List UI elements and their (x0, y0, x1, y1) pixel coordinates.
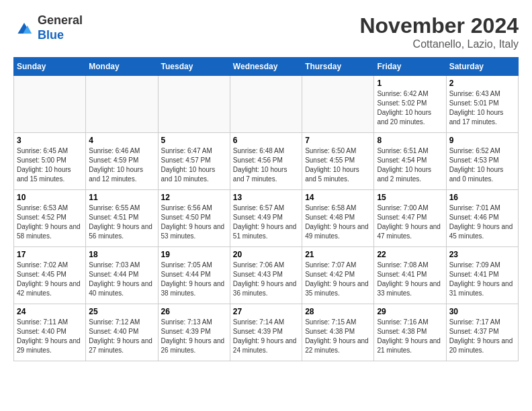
calendar-cell: 14Sunrise: 6:58 AM Sunset: 4:48 PM Dayli… (302, 190, 374, 247)
day-info: Sunrise: 7:02 AM Sunset: 4:45 PM Dayligh… (17, 261, 83, 298)
calendar-cell: 6Sunrise: 6:48 AM Sunset: 4:56 PM Daylig… (230, 133, 302, 190)
day-number: 6 (233, 136, 299, 145)
day-number: 8 (377, 136, 443, 145)
day-info: Sunrise: 6:55 AM Sunset: 4:51 PM Dayligh… (89, 203, 154, 241)
logo-blue: Blue (38, 28, 64, 42)
day-number: 16 (449, 193, 515, 202)
calendar-cell: 24Sunrise: 7:11 AM Sunset: 4:40 PM Dayli… (14, 304, 86, 361)
day-number: 28 (305, 307, 371, 316)
day-number: 17 (17, 250, 83, 259)
day-info: Sunrise: 7:11 AM Sunset: 4:40 PM Dayligh… (17, 318, 83, 355)
week-row-1: 1Sunrise: 6:42 AM Sunset: 5:02 PM Daylig… (14, 76, 519, 133)
day-number: 18 (89, 250, 154, 259)
day-info: Sunrise: 6:50 AM Sunset: 4:55 PM Dayligh… (305, 146, 371, 184)
day-number: 19 (161, 250, 227, 259)
header-day-friday: Friday (374, 58, 446, 76)
day-info: Sunrise: 7:07 AM Sunset: 4:42 PM Dayligh… (305, 261, 371, 298)
day-info: Sunrise: 7:00 AM Sunset: 4:47 PM Dayligh… (377, 203, 443, 241)
calendar-header: SundayMondayTuesdayWednesdayThursdayFrid… (14, 58, 519, 76)
calendar-cell: 5Sunrise: 6:47 AM Sunset: 4:57 PM Daylig… (158, 133, 230, 190)
day-info: Sunrise: 6:45 AM Sunset: 5:00 PM Dayligh… (17, 146, 83, 184)
day-info: Sunrise: 6:52 AM Sunset: 4:53 PM Dayligh… (449, 146, 515, 184)
day-number: 9 (449, 136, 515, 145)
day-number: 24 (17, 307, 83, 316)
day-info: Sunrise: 7:13 AM Sunset: 4:39 PM Dayligh… (161, 318, 227, 355)
header-day-tuesday: Tuesday (158, 58, 230, 76)
day-number: 12 (161, 193, 227, 202)
calendar-cell: 2Sunrise: 6:43 AM Sunset: 5:01 PM Daylig… (446, 76, 518, 133)
calendar-cell: 4Sunrise: 6:46 AM Sunset: 4:59 PM Daylig… (86, 133, 158, 190)
day-info: Sunrise: 6:53 AM Sunset: 4:52 PM Dayligh… (17, 203, 83, 241)
header-day-thursday: Thursday (302, 58, 374, 76)
header-day-wednesday: Wednesday (230, 58, 302, 76)
calendar-cell: 8Sunrise: 6:51 AM Sunset: 4:54 PM Daylig… (374, 133, 446, 190)
calendar-cell: 25Sunrise: 7:12 AM Sunset: 4:40 PM Dayli… (86, 304, 158, 361)
day-info: Sunrise: 6:46 AM Sunset: 4:59 PM Dayligh… (89, 146, 154, 184)
logo: General Blue (13, 13, 83, 42)
calendar-cell: 11Sunrise: 6:55 AM Sunset: 4:51 PM Dayli… (86, 190, 158, 247)
day-number: 1 (377, 79, 443, 88)
day-number: 11 (89, 193, 154, 202)
week-row-5: 24Sunrise: 7:11 AM Sunset: 4:40 PM Dayli… (14, 304, 519, 361)
title-area: November 2024 Cottanello, Lazio, Italy (359, 13, 519, 50)
day-info: Sunrise: 7:14 AM Sunset: 4:39 PM Dayligh… (233, 318, 299, 355)
day-info: Sunrise: 7:17 AM Sunset: 4:37 PM Dayligh… (449, 318, 515, 355)
day-info: Sunrise: 6:58 AM Sunset: 4:48 PM Dayligh… (305, 203, 371, 241)
day-number: 10 (17, 193, 83, 202)
calendar-cell: 12Sunrise: 6:56 AM Sunset: 4:50 PM Dayli… (158, 190, 230, 247)
day-number: 30 (449, 307, 515, 316)
calendar-cell: 26Sunrise: 7:13 AM Sunset: 4:39 PM Dayli… (158, 304, 230, 361)
calendar-cell (14, 76, 86, 133)
day-number: 2 (449, 79, 515, 88)
day-number: 20 (233, 250, 299, 259)
day-info: Sunrise: 7:08 AM Sunset: 4:41 PM Dayligh… (377, 261, 443, 298)
month-title: November 2024 (359, 13, 519, 38)
day-info: Sunrise: 7:05 AM Sunset: 4:44 PM Dayligh… (161, 261, 227, 298)
day-info: Sunrise: 7:06 AM Sunset: 4:43 PM Dayligh… (233, 261, 299, 298)
calendar-cell: 19Sunrise: 7:05 AM Sunset: 4:44 PM Dayli… (158, 247, 230, 304)
calendar-cell (230, 76, 302, 133)
calendar-cell: 30Sunrise: 7:17 AM Sunset: 4:37 PM Dayli… (446, 304, 518, 361)
day-number: 5 (161, 136, 227, 145)
day-number: 15 (377, 193, 443, 202)
calendar-cell: 29Sunrise: 7:16 AM Sunset: 4:38 PM Dayli… (374, 304, 446, 361)
calendar-cell: 20Sunrise: 7:06 AM Sunset: 4:43 PM Dayli… (230, 247, 302, 304)
day-number: 14 (305, 193, 371, 202)
calendar-cell: 3Sunrise: 6:45 AM Sunset: 5:00 PM Daylig… (14, 133, 86, 190)
day-number: 21 (305, 250, 371, 259)
calendar-cell (86, 76, 158, 133)
week-row-2: 3Sunrise: 6:45 AM Sunset: 5:00 PM Daylig… (14, 133, 519, 190)
calendar-cell: 23Sunrise: 7:09 AM Sunset: 4:41 PM Dayli… (446, 247, 518, 304)
logo-text: General Blue (38, 13, 83, 42)
day-number: 7 (305, 136, 371, 145)
location-subtitle: Cottanello, Lazio, Italy (359, 38, 519, 50)
day-info: Sunrise: 6:42 AM Sunset: 5:02 PM Dayligh… (377, 89, 443, 127)
calendar-cell: 28Sunrise: 7:15 AM Sunset: 4:38 PM Dayli… (302, 304, 374, 361)
logo-general: General (38, 13, 83, 27)
calendar-cell: 18Sunrise: 7:03 AM Sunset: 4:44 PM Dayli… (86, 247, 158, 304)
day-info: Sunrise: 6:43 AM Sunset: 5:01 PM Dayligh… (449, 89, 515, 127)
day-number: 3 (17, 136, 83, 145)
day-info: Sunrise: 7:01 AM Sunset: 4:46 PM Dayligh… (449, 203, 515, 241)
calendar-cell (158, 76, 230, 133)
calendar-body: 1Sunrise: 6:42 AM Sunset: 5:02 PM Daylig… (14, 76, 519, 361)
day-info: Sunrise: 7:09 AM Sunset: 4:41 PM Dayligh… (449, 261, 515, 298)
calendar-cell: 21Sunrise: 7:07 AM Sunset: 4:42 PM Dayli… (302, 247, 374, 304)
day-number: 22 (377, 250, 443, 259)
day-info: Sunrise: 6:51 AM Sunset: 4:54 PM Dayligh… (377, 146, 443, 184)
calendar-cell: 7Sunrise: 6:50 AM Sunset: 4:55 PM Daylig… (302, 133, 374, 190)
calendar-cell: 27Sunrise: 7:14 AM Sunset: 4:39 PM Dayli… (230, 304, 302, 361)
day-number: 27 (233, 307, 299, 316)
header-row: SundayMondayTuesdayWednesdayThursdayFrid… (14, 58, 519, 76)
header-day-monday: Monday (86, 58, 158, 76)
day-info: Sunrise: 7:03 AM Sunset: 4:44 PM Dayligh… (89, 261, 154, 298)
week-row-3: 10Sunrise: 6:53 AM Sunset: 4:52 PM Dayli… (14, 190, 519, 247)
day-number: 23 (449, 250, 515, 259)
day-info: Sunrise: 6:56 AM Sunset: 4:50 PM Dayligh… (161, 203, 227, 241)
page-header: General Blue November 2024 Cottanello, L… (13, 13, 519, 50)
day-info: Sunrise: 7:12 AM Sunset: 4:40 PM Dayligh… (89, 318, 154, 355)
day-info: Sunrise: 7:15 AM Sunset: 4:38 PM Dayligh… (305, 318, 371, 355)
calendar-cell: 22Sunrise: 7:08 AM Sunset: 4:41 PM Dayli… (374, 247, 446, 304)
calendar-cell (302, 76, 374, 133)
calendar-cell: 16Sunrise: 7:01 AM Sunset: 4:46 PM Dayli… (446, 190, 518, 247)
